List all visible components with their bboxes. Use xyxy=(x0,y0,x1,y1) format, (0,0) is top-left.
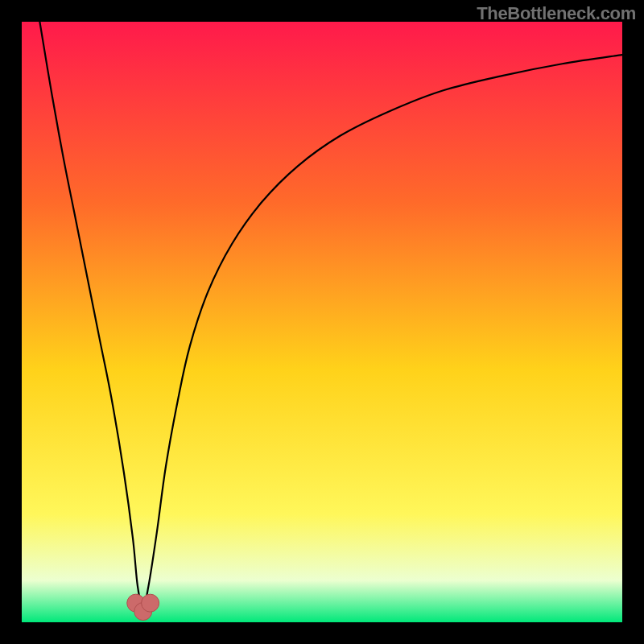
chart-frame: TheBottleneck.com xyxy=(0,0,644,644)
gradient-background xyxy=(22,22,622,622)
valley-marker-right xyxy=(142,594,159,612)
bottleneck-chart xyxy=(22,22,622,622)
